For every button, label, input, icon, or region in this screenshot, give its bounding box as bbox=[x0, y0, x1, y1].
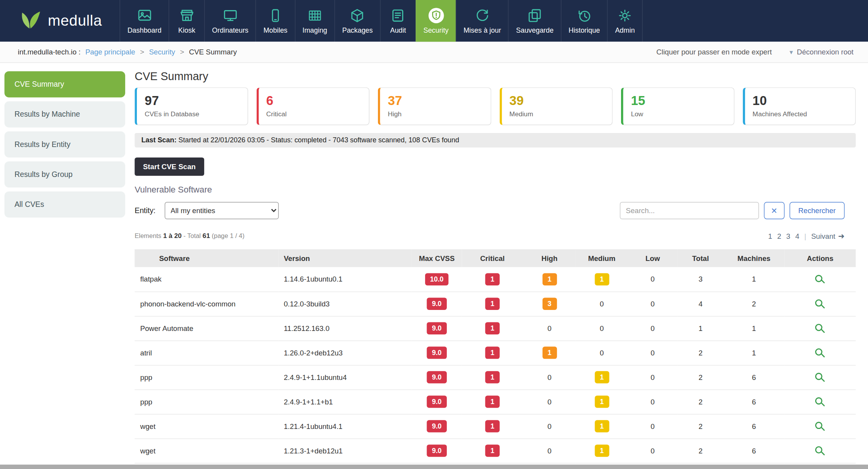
entity-select[interactable]: All my entities bbox=[164, 202, 278, 219]
section-title-vulnerable-software: Vulnerable Software bbox=[135, 185, 856, 195]
max-cvss: 9.0 bbox=[412, 414, 462, 438]
pagination-page-3[interactable]: 3 bbox=[786, 232, 790, 240]
view-details-magnifier-icon[interactable] bbox=[815, 348, 822, 356]
last-scan-text: Started at 22/01/2026 03:05 - Status: co… bbox=[178, 136, 459, 144]
nav-item-sauvegarde[interactable]: Sauvegarde bbox=[508, 0, 561, 42]
sidebar-item-label: Results by Group bbox=[14, 170, 72, 178]
nav-label: Dashboard bbox=[128, 27, 162, 35]
expert-mode-toggle[interactable]: Cliquer pour passer en mode expert bbox=[656, 48, 772, 56]
nav-item-mises-a-jour[interactable]: Mises à jour bbox=[456, 0, 508, 42]
medium-count: 1 bbox=[576, 365, 628, 390]
search-button[interactable]: Rechercher bbox=[789, 202, 845, 219]
breadcrumb-actions: Cliquer pour passer en mode expert ▾ Déc… bbox=[656, 48, 854, 56]
critical-count-badge: 1 bbox=[485, 298, 500, 310]
search-input[interactable] bbox=[620, 202, 759, 219]
stat-label: High bbox=[388, 110, 483, 118]
critical-count-badge: 1 bbox=[485, 420, 500, 432]
nav-item-ordinateurs[interactable]: Ordinateurs bbox=[204, 0, 256, 42]
pagination-separator: | bbox=[804, 232, 806, 240]
nav-label: Mises à jour bbox=[464, 27, 501, 35]
medium-count: 1 bbox=[576, 390, 628, 414]
audit-icon bbox=[390, 7, 406, 24]
high-count: 1 bbox=[523, 267, 576, 292]
column-header-medium: Medium bbox=[576, 249, 628, 267]
sidebar-item-results-by-group[interactable]: Results by Group bbox=[4, 161, 125, 187]
table-row: flatpak1.14.6-1ubuntu0.110.0111031 bbox=[135, 267, 856, 292]
medium-count-badge: 1 bbox=[595, 371, 609, 383]
high-count-badge: 1 bbox=[542, 346, 556, 359]
view-details-magnifier-icon[interactable] bbox=[815, 422, 822, 429]
stat-label: Medium bbox=[509, 110, 604, 118]
column-header-machines: Machines bbox=[723, 249, 784, 267]
pagination-next[interactable]: Suivant ➜ bbox=[811, 231, 845, 240]
nav-label: Security bbox=[424, 27, 449, 35]
critical-count: 1 bbox=[462, 438, 523, 463]
nav-item-mobiles[interactable]: Mobiles bbox=[256, 0, 294, 42]
breadcrumb: int.medulla-tech.io : Page principale > … bbox=[18, 48, 240, 56]
nav-item-security[interactable]: Security bbox=[416, 0, 456, 42]
high-count-badge: 1 bbox=[542, 273, 556, 285]
nav-item-imaging[interactable]: Imaging bbox=[295, 0, 334, 42]
nav-label: Audit bbox=[390, 27, 406, 35]
view-details-magnifier-icon[interactable] bbox=[815, 397, 822, 405]
nav-item-audit[interactable]: Audit bbox=[380, 0, 416, 42]
view-details-magnifier-icon[interactable] bbox=[815, 275, 822, 282]
nav-item-kiosk[interactable]: Kiosk bbox=[169, 0, 205, 42]
sidebar-item-all-cves[interactable]: All CVEs bbox=[4, 191, 125, 217]
view-details-magnifier-icon[interactable] bbox=[815, 373, 822, 380]
brand[interactable]: medulla bbox=[0, 0, 120, 42]
low-count: 0 bbox=[628, 414, 678, 438]
max-cvss-badge: 9.0 bbox=[427, 444, 447, 457]
software-name: ppp bbox=[135, 390, 278, 414]
stat-value: 39 bbox=[509, 93, 604, 108]
max-cvss-badge: 9.0 bbox=[427, 396, 447, 408]
backup-icon bbox=[527, 7, 542, 24]
page-title: CVE Summary bbox=[135, 70, 856, 83]
high-count: 3 bbox=[523, 292, 576, 316]
pagination-row: Elements 1 à 20 - Total 61 (page 1 / 4) … bbox=[135, 231, 856, 240]
max-cvss-badge: 9.0 bbox=[427, 346, 447, 359]
medium-count-badge: 1 bbox=[595, 420, 609, 432]
max-cvss: 10.0 bbox=[412, 267, 462, 292]
actions-cell bbox=[784, 438, 856, 463]
total-count: 2 bbox=[678, 390, 723, 414]
breadcrumb-link-page-principale[interactable]: Page principale bbox=[85, 48, 135, 56]
nav-item-packages[interactable]: Packages bbox=[334, 0, 380, 42]
stat-value: 15 bbox=[631, 93, 726, 108]
critical-count: 1 bbox=[462, 341, 523, 365]
medium-count-badge: 1 bbox=[595, 273, 609, 285]
start-cve-scan-button[interactable]: Start CVE Scan bbox=[135, 158, 204, 176]
pagination-page-4[interactable]: 4 bbox=[795, 232, 799, 240]
brand-leaf-icon bbox=[19, 9, 42, 33]
sidebar-item-cve-summary[interactable]: CVE Summary bbox=[4, 71, 125, 97]
critical-count: 1 bbox=[462, 316, 523, 341]
machines-count: 1 bbox=[723, 341, 784, 365]
stat-label: Machines Affected bbox=[752, 110, 847, 118]
software-version: 2.4.9-1+1.1ubuntu4 bbox=[278, 365, 411, 390]
horizontal-scrollbar[interactable] bbox=[0, 465, 868, 469]
view-details-magnifier-icon[interactable] bbox=[815, 324, 822, 331]
pagination-page-1[interactable]: 1 bbox=[768, 232, 772, 240]
nav-label: Sauvegarde bbox=[516, 27, 553, 35]
actions-cell bbox=[784, 292, 856, 316]
nav-item-admin[interactable]: Admin bbox=[607, 0, 643, 42]
pagination-total: 61 bbox=[203, 232, 210, 240]
max-cvss: 9.0 bbox=[412, 390, 462, 414]
critical-count-badge: 1 bbox=[485, 273, 500, 285]
clear-search-button[interactable]: ✕ bbox=[764, 202, 784, 219]
view-details-magnifier-icon[interactable] bbox=[815, 299, 822, 307]
nav-item-dashboard[interactable]: Dashboard bbox=[120, 0, 169, 42]
actions-cell bbox=[784, 414, 856, 438]
security-shield-icon bbox=[428, 7, 444, 24]
pagination-page-2[interactable]: 2 bbox=[777, 232, 781, 240]
total-count: 2 bbox=[678, 414, 723, 438]
max-cvss-badge: 9.0 bbox=[427, 298, 447, 310]
software-name: ppp bbox=[135, 365, 278, 390]
sidebar-item-results-by-machine[interactable]: Results by Machine bbox=[4, 101, 125, 127]
nav-item-historique[interactable]: Historique bbox=[561, 0, 607, 42]
pagination-mid: - Total bbox=[184, 233, 201, 239]
logout-dropdown[interactable]: ▾ Déconnexion root bbox=[789, 48, 853, 56]
breadcrumb-link-security[interactable]: Security bbox=[149, 48, 175, 56]
view-details-magnifier-icon[interactable] bbox=[815, 446, 822, 453]
sidebar-item-results-by-entity[interactable]: Results by Entity bbox=[4, 131, 125, 158]
